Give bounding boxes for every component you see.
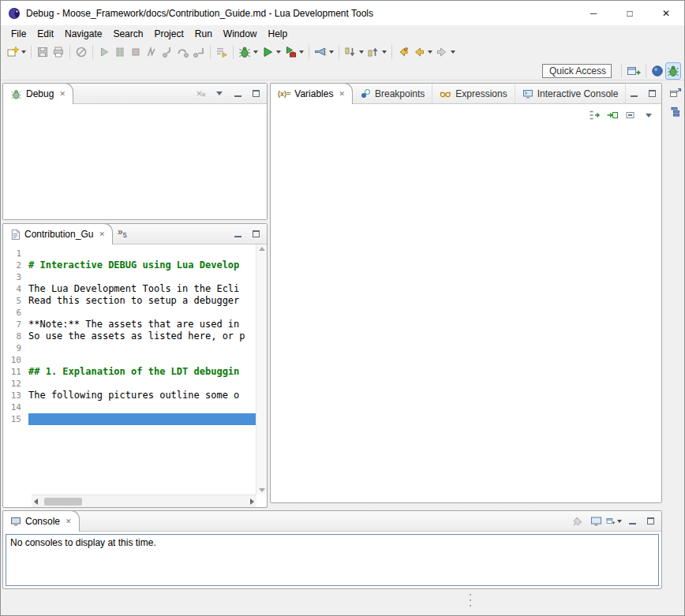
previous-annotation-button[interactable] bbox=[365, 43, 388, 61]
display-selected-console-button[interactable] bbox=[588, 513, 604, 529]
restore-view-stack-button[interactable] bbox=[668, 84, 683, 100]
previous-annotation-icon bbox=[367, 46, 380, 58]
editor-line: 9 bbox=[3, 342, 256, 354]
tab-variables-close-icon[interactable]: ✕ bbox=[337, 90, 345, 98]
last-edit-location-button[interactable] bbox=[395, 43, 411, 61]
line-text bbox=[28, 378, 256, 390]
menu-file[interactable]: File bbox=[6, 27, 32, 41]
menu-search[interactable]: Search bbox=[107, 27, 148, 41]
tab-console[interactable]: Console ✕ bbox=[2, 510, 80, 532]
menu-help[interactable]: Help bbox=[263, 27, 294, 41]
debug-view-maximize-button[interactable] bbox=[248, 86, 264, 102]
resume-button[interactable] bbox=[96, 43, 112, 61]
print-button[interactable] bbox=[51, 43, 66, 61]
run-button[interactable] bbox=[260, 43, 283, 61]
menu-project[interactable]: Project bbox=[148, 27, 189, 41]
ldt-perspective-button[interactable] bbox=[649, 62, 665, 80]
tab-debug[interactable]: Debug ✕ bbox=[2, 83, 73, 104]
trim-drag-handle-icon[interactable] bbox=[470, 594, 472, 607]
variables-view-menu-button[interactable] bbox=[641, 107, 657, 123]
menu-navigate[interactable]: Navigate bbox=[59, 27, 107, 41]
open-console-button[interactable] bbox=[606, 513, 622, 529]
open-perspective-button[interactable] bbox=[625, 62, 642, 80]
menu-window[interactable]: Window bbox=[218, 27, 263, 41]
minimize-window-button[interactable]: ─ bbox=[575, 1, 612, 25]
tab-debug-close-icon[interactable]: ✕ bbox=[58, 90, 66, 98]
console-minimize-button[interactable] bbox=[624, 513, 640, 529]
minimize-icon bbox=[234, 90, 241, 97]
tab-interactive-console[interactable]: Interactive Console bbox=[515, 84, 627, 103]
scrollbar-thumb[interactable] bbox=[44, 498, 82, 506]
debug-view-minimize-button[interactable] bbox=[230, 86, 245, 102]
editor-vertical-scrollbar[interactable] bbox=[256, 245, 267, 495]
collapse-all-button[interactable] bbox=[623, 107, 638, 123]
step-return-button[interactable] bbox=[191, 43, 207, 61]
editor-line: 12 bbox=[3, 378, 256, 390]
line-text: Read this section to setup a debugger bbox=[28, 295, 256, 307]
console-body[interactable]: No consoles to display at this time. bbox=[6, 534, 659, 586]
editor-code-area[interactable]: 1 2# Interactive DEBUG using Lua Develop… bbox=[3, 245, 256, 495]
app-icon bbox=[8, 7, 21, 20]
editor-minimize-button[interactable] bbox=[230, 226, 245, 242]
scroll-left-icon[interactable] bbox=[34, 498, 38, 505]
next-annotation-button[interactable] bbox=[342, 43, 365, 61]
debug-button[interactable] bbox=[237, 43, 260, 61]
line-number: 12 bbox=[3, 378, 28, 390]
tab-contribution-guide[interactable]: Contribution_Gu ✕ bbox=[2, 223, 113, 245]
save-button[interactable] bbox=[35, 43, 51, 61]
variables-maximize-button[interactable] bbox=[644, 86, 660, 102]
variables-minimize-button[interactable] bbox=[626, 86, 642, 102]
debug-icon bbox=[238, 46, 251, 58]
scroll-up-icon[interactable] bbox=[259, 247, 265, 251]
close-window-button[interactable]: ✕ bbox=[648, 1, 684, 25]
skip-all-breakpoints-button[interactable] bbox=[73, 43, 89, 61]
terminate-button[interactable] bbox=[128, 43, 144, 61]
show-logical-structures-button[interactable] bbox=[586, 107, 602, 123]
outline-view-button[interactable] bbox=[668, 104, 683, 120]
remove-all-terminated-button[interactable] bbox=[193, 86, 209, 102]
tab-variables[interactable]: (x)= Variables ✕ bbox=[270, 83, 353, 104]
restore-view-stack-icon bbox=[669, 86, 682, 99]
console-maximize-button[interactable] bbox=[642, 513, 658, 529]
debug-perspective-button[interactable] bbox=[665, 62, 681, 80]
suspend-button[interactable] bbox=[112, 43, 128, 61]
tab-contribution-guide-close-icon[interactable]: ✕ bbox=[97, 230, 105, 238]
line-text bbox=[28, 401, 256, 413]
editor-maximize-button[interactable] bbox=[248, 226, 264, 242]
step-into-icon bbox=[161, 46, 174, 58]
window-controls: ─ □ ✕ bbox=[575, 1, 684, 25]
scroll-right-icon[interactable] bbox=[250, 498, 254, 505]
tab-console-close-icon[interactable]: ✕ bbox=[64, 517, 72, 525]
line-text: The following pictures outline some o bbox=[28, 390, 256, 401]
external-tools-button[interactable] bbox=[283, 43, 305, 61]
debug-view-menu-button[interactable] bbox=[211, 86, 227, 102]
back-button[interactable] bbox=[411, 43, 434, 61]
editor-horizontal-scrollbar[interactable] bbox=[32, 495, 256, 507]
debug-perspective-icon bbox=[667, 65, 679, 77]
line-text bbox=[28, 248, 256, 259]
editor-tab-overflow-button[interactable]: » 5 bbox=[113, 224, 132, 244]
scroll-down-icon[interactable] bbox=[259, 488, 265, 492]
tab-console-label: Console bbox=[25, 516, 60, 527]
step-into-button[interactable] bbox=[159, 43, 175, 61]
tab-contribution-guide-label: Contribution_Gu bbox=[24, 229, 93, 240]
open-perspective-icon bbox=[627, 65, 641, 77]
tab-breakpoints[interactable]: Breakpoints bbox=[353, 84, 432, 103]
watch-expression-button[interactable] bbox=[605, 107, 620, 123]
external-tools-icon bbox=[284, 46, 297, 58]
tab-expressions[interactable]: Expressions bbox=[432, 84, 515, 103]
line-number: 15 bbox=[3, 413, 28, 425]
step-over-button[interactable] bbox=[175, 43, 191, 61]
open-search-button[interactable] bbox=[313, 43, 335, 61]
maximize-window-button[interactable]: □ bbox=[612, 1, 648, 25]
menu-run[interactable]: Run bbox=[189, 27, 218, 41]
use-step-filters-button[interactable] bbox=[214, 43, 230, 61]
line-text bbox=[28, 271, 256, 283]
menu-edit[interactable]: Edit bbox=[32, 27, 59, 41]
new-button[interactable] bbox=[5, 43, 28, 61]
pin-console-button[interactable] bbox=[570, 513, 586, 529]
disconnect-button[interactable] bbox=[144, 43, 159, 61]
tab-expressions-label: Expressions bbox=[455, 88, 507, 99]
forward-button[interactable] bbox=[434, 43, 457, 61]
quick-access-box[interactable]: Quick Access bbox=[542, 64, 612, 78]
